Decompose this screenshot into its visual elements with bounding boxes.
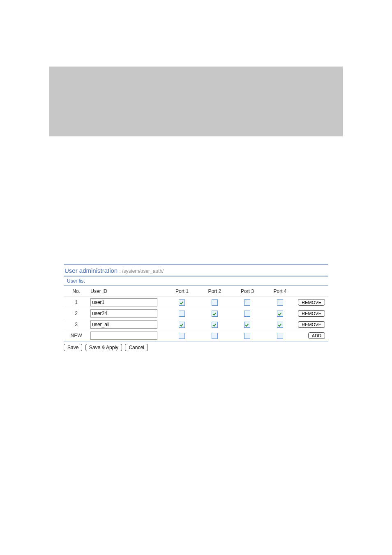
port-checkbox[interactable] bbox=[277, 333, 283, 339]
remove-button[interactable]: REMOVE bbox=[298, 299, 325, 306]
footer-buttons: Save Save & Apply Cancel bbox=[64, 344, 328, 351]
row-new-label: NEW bbox=[64, 330, 89, 341]
user-id-input[interactable] bbox=[90, 320, 157, 329]
page-path: : /system/user_auth/ bbox=[119, 268, 164, 274]
port-checkbox[interactable] bbox=[244, 322, 250, 328]
section-label: User list bbox=[64, 276, 328, 286]
col-port2-header: Port 2 bbox=[198, 286, 231, 297]
port-checkbox[interactable] bbox=[212, 311, 218, 317]
port-checkbox[interactable] bbox=[277, 322, 283, 328]
table-row-new: NEWADD bbox=[64, 330, 328, 341]
col-port3-header: Port 3 bbox=[231, 286, 264, 297]
user-id-input-new[interactable] bbox=[90, 332, 157, 340]
remove-button[interactable]: REMOVE bbox=[298, 321, 325, 328]
col-port4-header: Port 4 bbox=[264, 286, 297, 297]
port-checkbox[interactable] bbox=[212, 333, 218, 339]
user-id-input[interactable] bbox=[90, 309, 157, 318]
col-action-header bbox=[296, 286, 328, 297]
page-title-row: User administration : /system/user_auth/ bbox=[64, 266, 328, 276]
save-button[interactable]: Save bbox=[64, 344, 82, 351]
header-banner bbox=[49, 67, 343, 136]
user-admin-panel: User administration : /system/user_auth/… bbox=[64, 264, 328, 351]
port-checkbox[interactable] bbox=[212, 322, 218, 328]
col-userid-header: User ID bbox=[89, 286, 166, 297]
user-list-table: No. User ID Port 1 Port 2 Port 3 Port 4 … bbox=[64, 286, 328, 341]
row-no: 2 bbox=[64, 308, 89, 319]
col-port1-header: Port 1 bbox=[166, 286, 198, 297]
user-list-body: 1REMOVE2REMOVE3REMOVENEWADD bbox=[64, 297, 328, 341]
row-no: 3 bbox=[64, 319, 89, 330]
user-id-input[interactable] bbox=[90, 298, 157, 306]
divider-top bbox=[64, 264, 328, 265]
table-row: 3REMOVE bbox=[64, 319, 328, 330]
col-no-header: No. bbox=[64, 286, 89, 297]
port-checkbox[interactable] bbox=[179, 311, 185, 317]
page-title: User administration bbox=[65, 267, 118, 274]
port-checkbox[interactable] bbox=[277, 299, 283, 306]
row-no: 1 bbox=[64, 297, 89, 308]
port-checkbox[interactable] bbox=[179, 333, 185, 339]
save-apply-button[interactable]: Save & Apply bbox=[85, 344, 122, 351]
port-checkbox[interactable] bbox=[277, 311, 283, 317]
port-checkbox[interactable] bbox=[179, 299, 185, 306]
port-checkbox[interactable] bbox=[179, 322, 185, 328]
port-checkbox[interactable] bbox=[244, 333, 250, 339]
remove-button[interactable]: REMOVE bbox=[298, 310, 325, 317]
port-checkbox[interactable] bbox=[244, 311, 250, 317]
port-checkbox[interactable] bbox=[244, 299, 250, 306]
cancel-button[interactable]: Cancel bbox=[125, 344, 148, 351]
table-row: 2REMOVE bbox=[64, 308, 328, 319]
table-row: 1REMOVE bbox=[64, 297, 328, 308]
port-checkbox[interactable] bbox=[212, 299, 218, 306]
add-button[interactable]: ADD bbox=[308, 332, 325, 339]
